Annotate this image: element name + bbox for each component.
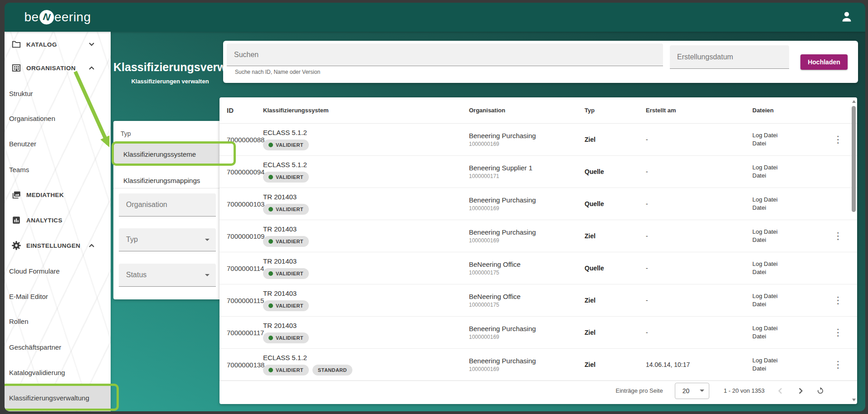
cell-org-id: 1000000169	[469, 334, 585, 340]
row-menu-kebab-icon[interactable]: ⋮	[834, 296, 843, 305]
filter-panel: Typ Klassifizierungssysteme Klassifizier…	[113, 121, 221, 299]
validated-badge: VALIDIERT	[263, 300, 309, 311]
next-page-icon[interactable]	[796, 387, 805, 395]
cell-erstellt: -	[646, 156, 752, 188]
col-header-id: ID	[219, 106, 263, 114]
sidebar-item-organisation[interactable]: ORGANISATION	[5, 56, 111, 80]
sidebar-item-teams[interactable]: Teams	[5, 158, 111, 181]
log-file-link[interactable]: Log Datei	[752, 260, 827, 268]
file-link[interactable]: Datei	[752, 236, 827, 244]
analytics-chart-icon	[11, 215, 21, 225]
file-link[interactable]: Datei	[752, 332, 827, 341]
file-link[interactable]: Datei	[752, 140, 827, 148]
row-menu-kebab-icon[interactable]: ⋮	[834, 135, 843, 144]
table-row[interactable]: 7000000138 ECLASS 5.1.2 VALIDIERT STANDA…	[219, 349, 857, 381]
cell-org-id: 1000000169	[469, 366, 585, 372]
sidebar-item-katalog[interactable]: KATALOG	[5, 33, 111, 56]
table-row[interactable]: 7000000103 TR 201403 VALIDIERT Beneering…	[219, 188, 857, 220]
classification-table-card: ID Klassifizierungssystem Organisation T…	[219, 97, 857, 404]
sidebar-item-einstellungen[interactable]: EINSTELLUNGEN	[5, 234, 111, 257]
sidebar-item-cloud-formulare[interactable]: Cloud Formulare	[5, 259, 111, 283]
cell-erstellt: -	[646, 220, 752, 252]
cell-org: Beneering Purchasing	[469, 196, 585, 204]
nav-klassifizierungssysteme[interactable]: Klassifizierungssysteme	[113, 143, 221, 165]
log-file-link[interactable]: Log Datei	[752, 228, 827, 236]
scroll-up-arrow-icon[interactable]	[852, 100, 856, 103]
row-menu-kebab-icon[interactable]: ⋮	[834, 328, 843, 337]
table-row[interactable]: 7000000094 ECLASS 5.1.2 VALIDIERT Beneer…	[219, 156, 857, 188]
validated-badge: VALIDIERT	[263, 140, 309, 150]
page-size-select[interactable]: 20	[675, 383, 709, 399]
table-row[interactable]: 7000000117 TR 201403 VALIDIERT Beneering…	[219, 317, 857, 349]
cell-id: 7000000088	[219, 124, 263, 155]
search-hint: Suche nach ID, Name oder Version	[235, 69, 320, 75]
typ-filter-select[interactable]: Typ	[119, 228, 216, 251]
log-file-link[interactable]: Log Datei	[752, 324, 827, 332]
log-file-link[interactable]: Log Datei	[752, 356, 827, 365]
scroll-down-arrow-icon[interactable]	[852, 399, 856, 401]
refresh-icon[interactable]	[816, 387, 824, 395]
table-row[interactable]: 7000000115 TR 201403 VALIDIERT BeNeering…	[219, 284, 857, 317]
cell-id: 7000000109	[219, 220, 263, 252]
dropdown-arrow-icon	[205, 274, 210, 276]
chevron-up-icon	[89, 66, 94, 70]
log-file-link[interactable]: Log Datei	[752, 292, 827, 300]
col-header-organisation: Organisation	[469, 107, 585, 114]
sidebar-item-analytics[interactable]: ANALYTICS	[5, 208, 111, 232]
chevron-down-icon	[89, 43, 94, 46]
log-file-link[interactable]: Log Datei	[752, 164, 827, 172]
cell-org: BeNeering Office	[469, 260, 585, 268]
sidebar-item-struktur[interactable]: Struktur	[5, 82, 111, 105]
file-link[interactable]: Datei	[752, 268, 827, 276]
cell-id: 7000000094	[219, 156, 263, 188]
sidebar-item-benutzer[interactable]: Benutzer	[5, 132, 111, 155]
logo-text-pre: be	[24, 10, 39, 24]
scrollbar-thumb[interactable]	[852, 106, 856, 212]
table-scrollbar[interactable]	[851, 99, 856, 402]
sidebar-item-katalogvalidierung[interactable]: Katalogvalidierung	[5, 361, 111, 384]
sidebar-item-geschaeftspartner[interactable]: Geschäftspartner	[5, 335, 111, 359]
log-file-link[interactable]: Log Datei	[752, 131, 827, 140]
cell-org-id: 1000000171	[469, 173, 585, 179]
log-file-link[interactable]: Log Datei	[752, 196, 827, 204]
sidebar-item-email-editor[interactable]: E-Mail Editor	[5, 284, 111, 308]
validated-badge: VALIDIERT	[263, 204, 309, 215]
cell-org: Beneering Purchasing	[469, 132, 585, 140]
cell-system: ECLASS 5.1.2	[263, 161, 469, 168]
validated-badge: VALIDIERT	[263, 268, 309, 279]
sidebar-item-mediathek[interactable]: MEDIATHEK	[5, 183, 111, 207]
cell-erstellt: -	[646, 124, 752, 155]
cell-org-id: 1000000169	[469, 141, 585, 147]
table-row[interactable]: 7000000109 TR 201403 VALIDIERT Beneering…	[219, 220, 857, 252]
cell-system: TR 201403	[263, 322, 469, 329]
table-row[interactable]: 7000000114 TR 201403 VALIDIERT BeNeering…	[219, 252, 857, 284]
validated-badge: VALIDIERT	[263, 236, 309, 247]
sidebar-item-klassifizierungsverwaltung[interactable]: Klassifizierungsverwaltung	[5, 386, 111, 409]
date-placeholder: Erstellungsdatum	[677, 53, 733, 61]
sidebar-item-rollen[interactable]: Rollen	[5, 309, 111, 333]
cell-typ: Ziel	[585, 284, 646, 316]
file-link[interactable]: Datei	[752, 365, 827, 373]
search-input[interactable]: Suchen	[227, 43, 663, 66]
creation-date-input[interactable]: Erstellungsdatum	[670, 45, 789, 69]
file-link[interactable]: Datei	[752, 204, 827, 212]
file-link[interactable]: Datei	[752, 300, 827, 308]
page-range: 1 - 20 von 1353	[724, 387, 765, 394]
sidebar-item-organisationen[interactable]: Organisationen	[5, 106, 111, 130]
cell-org: Beneering Purchasing	[469, 325, 585, 332]
cell-system: ECLASS 5.1.2	[263, 354, 469, 361]
upload-button[interactable]: Hochladen	[800, 54, 848, 70]
row-menu-kebab-icon[interactable]: ⋮	[834, 231, 843, 241]
cell-typ: Ziel	[585, 124, 646, 155]
cell-system: TR 201403	[263, 289, 469, 297]
table-row[interactable]: 7000000088 ECLASS 5.1.2 VALIDIERT Beneer…	[219, 124, 857, 156]
cell-org-id: 1000000175	[469, 270, 585, 276]
user-account-icon[interactable]	[840, 10, 853, 24]
file-link[interactable]: Datei	[752, 172, 827, 180]
previous-page-icon[interactable]	[776, 387, 785, 395]
organisation-filter-input[interactable]: Organisation	[119, 193, 216, 217]
row-menu-kebab-icon[interactable]: ⋮	[834, 360, 843, 369]
status-dot-icon	[268, 207, 273, 212]
page-subtitle: Klassifizierungen verwalten	[113, 78, 227, 85]
status-filter-select[interactable]: Status	[119, 264, 216, 287]
